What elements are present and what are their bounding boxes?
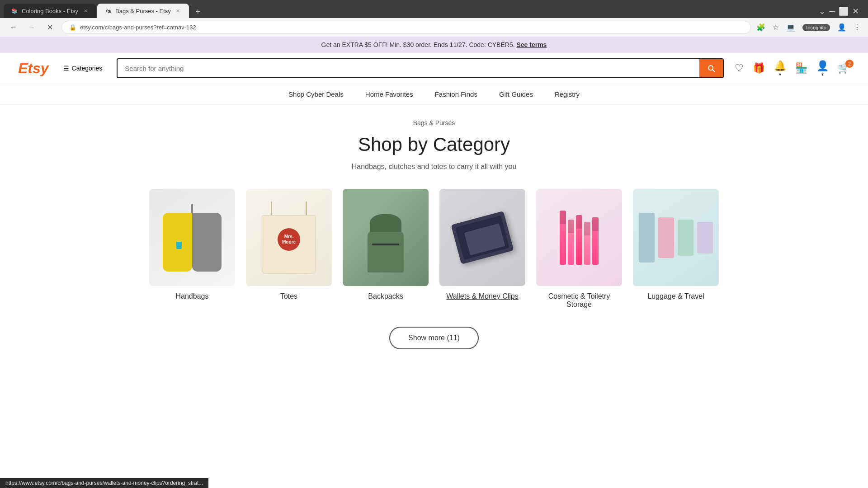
category-image-luggage xyxy=(633,189,719,286)
luggage-item-2 xyxy=(658,217,674,258)
etsy-logo[interactable]: Etsy xyxy=(18,60,49,77)
show-more-container: Show more (11) xyxy=(136,327,732,349)
forward-button[interactable]: → xyxy=(25,21,38,34)
category-label-luggage: Luggage & Travel xyxy=(647,292,704,300)
luggage-item-1 xyxy=(639,213,655,263)
nav-item-cyber-deals[interactable]: Shop Cyber Deals xyxy=(288,90,344,98)
new-tab-button[interactable]: + xyxy=(192,5,204,18)
wallet-card xyxy=(464,223,505,255)
minimize-icon[interactable]: ─ xyxy=(829,7,835,16)
category-card-wallets[interactable]: Wallets & Money Clips xyxy=(439,189,525,309)
breadcrumb: Bags & Purses xyxy=(136,119,732,127)
nav-item-registry[interactable]: Registry xyxy=(555,90,580,98)
category-label-totes: Totes xyxy=(280,292,297,300)
menu-icon[interactable]: ⋮ xyxy=(854,23,861,32)
nav-item-gift-guides[interactable]: Gift Guides xyxy=(499,90,533,98)
notification-dropdown-icon: ▾ xyxy=(779,72,781,77)
url-bar[interactable]: 🔒 etsy.com/c/bags-and-purses?ref=catnav-… xyxy=(61,21,751,34)
notifications-icon[interactable]: 🔔 ▾ xyxy=(774,60,786,77)
backpack-figure xyxy=(343,189,429,286)
search-bar xyxy=(117,58,724,78)
categories-label: Categories xyxy=(72,65,103,72)
handbag-shape xyxy=(163,204,222,272)
search-button[interactable] xyxy=(699,59,723,77)
tote-illustration: Mrs.Moore xyxy=(246,189,332,286)
close-browser-icon[interactable]: ✕ xyxy=(852,6,859,16)
brush-3 xyxy=(576,215,582,265)
tab-end-controls: ⌄ ─ ⬜ ✕ xyxy=(819,6,864,18)
brush-5 xyxy=(592,217,599,265)
tab-bar: 📚 Coloring Books - Etsy ✕ 🛍 Bags & Purse… xyxy=(0,4,868,18)
show-more-button[interactable]: Show more (11) xyxy=(389,327,479,349)
tab1-close-button[interactable]: ✕ xyxy=(82,7,89,14)
tote-body: Mrs.Moore xyxy=(262,215,316,274)
wallet-illustration xyxy=(439,189,525,286)
tab1-favicon: 📚 xyxy=(11,7,18,14)
page-content: Bags & Purses Shop by Category Handbags,… xyxy=(118,105,750,364)
category-image-totes: Mrs.Moore xyxy=(246,189,332,286)
extensions-icon[interactable]: 🧩 xyxy=(756,23,765,32)
category-image-backpacks xyxy=(343,189,429,286)
wallet-fold xyxy=(455,215,509,259)
tab1-title: Coloring Books - Etsy xyxy=(22,8,78,14)
address-bar: ← → ✕ 🔒 etsy.com/c/bags-and-purses?ref=c… xyxy=(0,18,868,37)
profile-icon[interactable]: 👤 xyxy=(837,23,846,32)
category-label-wallets[interactable]: Wallets & Money Clips xyxy=(446,292,518,300)
search-icon xyxy=(707,64,716,73)
promo-banner: Get an EXTRA $5 OFF! Min. $30 order. End… xyxy=(0,37,868,53)
page-title: Shop by Category xyxy=(136,134,732,155)
backpack-body xyxy=(368,232,404,272)
handbag-body-right xyxy=(192,213,222,272)
profile-icon[interactable]: 👤 ▾ xyxy=(816,60,829,77)
gift-icon[interactable]: 🎁 xyxy=(753,62,765,74)
incognito-badge: Incognito xyxy=(802,24,830,31)
category-grid: Handbags Mrs.Moore Totes xyxy=(136,189,732,309)
backpack-zipper xyxy=(372,244,399,245)
cart-icon[interactable]: 🛒 2 xyxy=(838,62,850,74)
category-card-backpacks[interactable]: Backpacks xyxy=(343,189,429,309)
luggage-item-4 xyxy=(697,222,713,253)
handbag-illustration xyxy=(149,189,235,286)
maximize-icon[interactable]: ⬜ xyxy=(839,6,849,16)
browser-toolbar-icons: 🧩 ☆ 💻 Incognito 👤 ⋮ xyxy=(756,23,861,32)
tab2-title: Bags & Purses - Etsy xyxy=(115,8,171,14)
luggage-illustration xyxy=(633,189,719,286)
browser-chrome: 📚 Coloring Books - Etsy ✕ 🛍 Bags & Purse… xyxy=(0,0,868,37)
device-icon[interactable]: 💻 xyxy=(786,23,795,32)
brush-2 xyxy=(568,220,574,265)
backpack-top xyxy=(370,214,401,232)
nav-item-fashion-finds[interactable]: Fashion Finds xyxy=(435,90,477,98)
category-label-handbags: Handbags xyxy=(176,292,209,300)
promo-text: Get an EXTRA $5 OFF! Min. $30 order. End… xyxy=(321,41,515,48)
favorites-icon[interactable]: ♡ xyxy=(735,62,744,74)
seller-icon[interactable]: 🏪 xyxy=(795,62,807,74)
site-header: Etsy ☰ Categories ♡ 🎁 🔔 ▾ 🏪 👤 ▾ 🛒 2 xyxy=(0,53,868,84)
category-image-wallets xyxy=(439,189,525,286)
tab-coloring-books[interactable]: 📚 Coloring Books - Etsy ✕ xyxy=(4,4,96,18)
category-image-cosmetic xyxy=(536,189,622,286)
tab-bags-purses[interactable]: 🛍 Bags & Purses - Etsy ✕ xyxy=(97,4,189,18)
category-card-luggage[interactable]: Luggage & Travel xyxy=(633,189,719,309)
promo-link[interactable]: See terms xyxy=(516,41,547,48)
tote-apple-graphic: Mrs.Moore xyxy=(278,228,300,251)
tab-list-icon[interactable]: ⌄ xyxy=(819,6,826,16)
categories-button[interactable]: ☰ Categories xyxy=(60,62,106,75)
back-button[interactable]: ← xyxy=(7,21,20,34)
category-card-handbags[interactable]: Handbags xyxy=(149,189,235,309)
category-label-cosmetic: Cosmetic & Toiletry Storage xyxy=(536,292,622,309)
page-subtitle: Handbags, clutches and totes to carry it… xyxy=(136,163,732,171)
category-card-cosmetic[interactable]: Cosmetic & Toiletry Storage xyxy=(536,189,622,309)
search-input[interactable] xyxy=(118,60,699,77)
backpack-illustration xyxy=(343,189,429,286)
reload-button[interactable]: ✕ xyxy=(43,21,56,34)
wallet-shape xyxy=(451,211,514,264)
tab2-close-button[interactable]: ✕ xyxy=(175,7,182,14)
category-card-totes[interactable]: Mrs.Moore Totes xyxy=(246,189,332,309)
status-bar: https://www.etsy.com/c/bags-and-purses/w… xyxy=(0,478,208,488)
cosmetic-illustration xyxy=(536,189,622,286)
brush-4 xyxy=(584,222,590,265)
url-text: etsy.com/c/bags-and-purses?ref=catnav-13… xyxy=(80,24,196,31)
nav-item-home-favorites[interactable]: Home Favorites xyxy=(365,90,413,98)
bookmark-star-icon[interactable]: ☆ xyxy=(773,23,779,32)
luggage-item-3 xyxy=(678,220,693,256)
